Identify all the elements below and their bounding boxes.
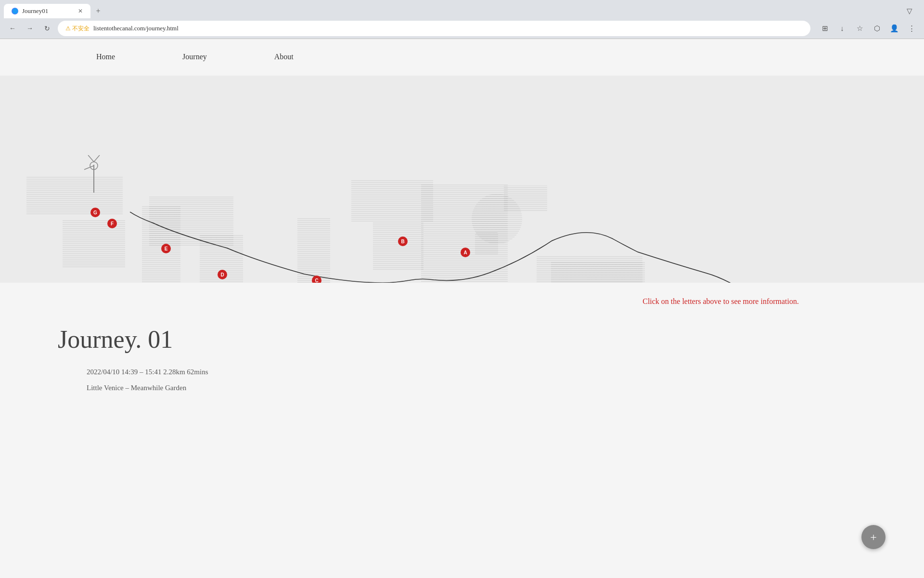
bookmark-icon[interactable]: ☆ (853, 22, 866, 35)
tab-close-button[interactable]: ✕ (78, 8, 83, 15)
tab-bar: 🌐 Journey01 ✕ + ▽ (0, 0, 924, 18)
marker-G[interactable]: G (90, 208, 100, 217)
back-button[interactable]: ← (6, 22, 19, 35)
extension-icon[interactable]: ⬡ (870, 22, 884, 35)
marker-A[interactable]: A (461, 248, 470, 257)
marker-C[interactable]: C (312, 276, 321, 283)
profile-icon[interactable]: 👤 (887, 22, 901, 35)
toolbar-icons: ⊞ ↓ ☆ ⬡ 👤 ⋮ (818, 22, 918, 35)
site-nav: Home Journey About (0, 39, 924, 71)
browser-chrome: 🌐 Journey01 ✕ + ▽ ← → ↻ ⚠ 不安全 listentoth… (0, 0, 924, 39)
minimize-button[interactable]: ▽ (903, 4, 916, 18)
tab-title: Journey01 (22, 7, 48, 15)
nav-about[interactable]: About (274, 53, 294, 61)
journey-meta: 2022/04/10 14:39 – 15:41 2.28km 62mins L… (58, 368, 924, 392)
marker-D[interactable]: D (218, 270, 227, 279)
new-tab-button[interactable]: + (92, 5, 104, 17)
forward-button[interactable]: → (23, 22, 37, 35)
marker-B[interactable]: B (398, 236, 408, 246)
plus-button[interactable]: + (861, 525, 886, 549)
journey-route: Little Venice – Meanwhile Garden (87, 384, 924, 392)
journey-title: Journey. 01 (58, 325, 924, 354)
refresh-button[interactable]: ↻ (40, 22, 54, 35)
url-text: listentothecanal.com/journey.html (93, 25, 179, 32)
security-warning: ⚠ 不安全 (65, 25, 90, 33)
address-bar-row: ← → ↻ ⚠ 不安全 listentothecanal.com/journey… (0, 18, 924, 39)
tab-favicon: 🌐 (12, 8, 18, 14)
click-info-text: Click on the letters above to see more i… (0, 283, 924, 311)
journey-map: G F E D C B A (0, 76, 924, 283)
journey-date-time: 2022/04/10 14:39 – 15:41 2.28km 62mins (87, 368, 924, 376)
active-tab[interactable]: 🌐 Journey01 ✕ (4, 4, 90, 18)
nav-home[interactable]: Home (96, 53, 115, 61)
nav-journey[interactable]: Journey (182, 53, 207, 61)
menu-icon[interactable]: ⋮ (905, 22, 918, 35)
journey-title-section: Journey. 01 2022/04/10 14:39 – 15:41 2.2… (0, 311, 924, 409)
address-bar[interactable]: ⚠ 不安全 listentothecanal.com/journey.html (58, 21, 810, 36)
marker-E[interactable]: E (161, 244, 171, 253)
save-icon[interactable]: ↓ (835, 22, 849, 35)
marker-F[interactable]: F (107, 219, 117, 228)
page-content: Home Journey About (0, 39, 924, 578)
translate-icon[interactable]: ⊞ (818, 22, 832, 35)
